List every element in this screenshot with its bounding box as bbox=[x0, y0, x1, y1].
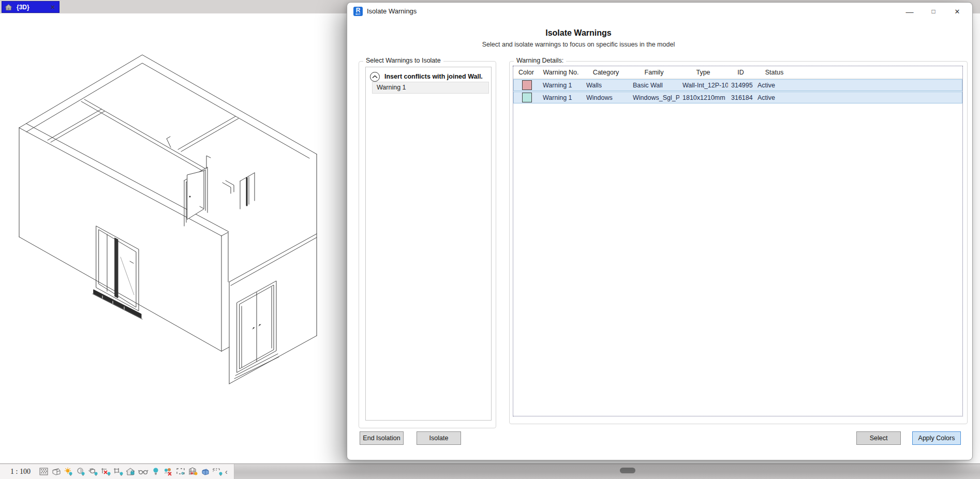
dialog-heading: Isolate Warnings bbox=[347, 28, 810, 38]
home-icon bbox=[5, 4, 12, 11]
end-isolation-button[interactable]: End Isolation bbox=[360, 431, 404, 445]
status-bar: 1 : 100 bbox=[0, 463, 980, 479]
dialog-subheading: Select and isolate warnings to focus on … bbox=[347, 41, 810, 48]
select-warnings-group: Select Warnings to Isolate Insert confli… bbox=[359, 61, 496, 428]
warning-list-item[interactable]: Warning 1 bbox=[372, 82, 489, 94]
sun-settings-icon[interactable] bbox=[63, 467, 75, 477]
collapse-chevron-icon[interactable] bbox=[370, 72, 380, 82]
col-header-status[interactable]: Status bbox=[754, 69, 795, 76]
cell-type: 1810x1210mm bbox=[679, 94, 728, 101]
shadows-icon[interactable] bbox=[75, 467, 87, 477]
locked-3d-view-icon[interactable] bbox=[125, 467, 137, 477]
reveal-hidden-elements-icon[interactable] bbox=[137, 467, 150, 477]
select-button[interactable]: Select bbox=[856, 431, 901, 445]
revit-app-icon: RRVT bbox=[353, 7, 363, 16]
crop-view-icon[interactable] bbox=[100, 467, 112, 477]
row-color-swatch[interactable] bbox=[522, 80, 532, 90]
temporary-view-properties-icon[interactable] bbox=[174, 467, 187, 477]
cell-warning-no: Warning 1 bbox=[540, 94, 583, 101]
col-header-color[interactable]: Color bbox=[513, 69, 539, 76]
table-row[interactable]: Warning 1 Windows Windows_Sgl_Pla 1810x1… bbox=[513, 92, 962, 103]
col-header-family[interactable]: Family bbox=[629, 69, 679, 76]
view-tab-label: {3D} bbox=[17, 4, 50, 11]
apply-colors-button[interactable]: Apply Colors bbox=[912, 431, 961, 445]
render-icon[interactable] bbox=[87, 467, 100, 477]
select-warnings-group-label: Select Warnings to Isolate bbox=[363, 57, 443, 64]
cell-id: 314995 bbox=[728, 82, 754, 89]
dialog-title: Isolate Warnings bbox=[367, 7, 417, 15]
warning-details-group-label: Warning Details: bbox=[514, 57, 566, 64]
col-header-type[interactable]: Type bbox=[679, 69, 727, 76]
cell-category: Windows bbox=[583, 94, 630, 101]
section-box-icon[interactable] bbox=[212, 467, 224, 477]
temporary-hide-isolate-icon[interactable] bbox=[150, 467, 162, 477]
cell-family: Basic Wall bbox=[630, 82, 679, 89]
isolate-warnings-dialog: RRVT Isolate Warnings — □ ✕ Isolate Warn… bbox=[347, 2, 973, 460]
cell-type: Wall-Int_12P-100 bbox=[679, 82, 728, 89]
view-control-bar: 1 : 100 bbox=[0, 464, 234, 479]
horizontal-scrollbar-thumb[interactable] bbox=[620, 468, 635, 473]
detail-level-icon[interactable] bbox=[38, 467, 50, 477]
row-color-swatch[interactable] bbox=[522, 93, 532, 102]
warning-details-group: Warning Details: Color Warning No. Categ… bbox=[509, 61, 968, 424]
cell-status: Active bbox=[754, 82, 795, 89]
isolate-button[interactable]: Isolate bbox=[417, 431, 461, 445]
cell-category: Walls bbox=[583, 82, 630, 89]
worksharing-display-icon[interactable] bbox=[162, 467, 174, 477]
expand-bar-icon[interactable]: ‹ bbox=[225, 468, 228, 476]
warnings-list: Insert conflicts with joined Wall. Warni… bbox=[365, 67, 492, 421]
cell-family: Windows_Sgl_Pla bbox=[630, 94, 679, 101]
col-header-id[interactable]: ID bbox=[727, 69, 754, 76]
analytical-model-icon[interactable] bbox=[187, 467, 199, 477]
close-button[interactable]: ✕ bbox=[945, 3, 969, 20]
constraints-icon[interactable] bbox=[199, 467, 212, 477]
cell-status: Active bbox=[754, 94, 795, 101]
minimize-button[interactable]: — bbox=[898, 3, 922, 20]
maximize-button[interactable]: □ bbox=[922, 3, 945, 20]
cell-warning-no: Warning 1 bbox=[540, 82, 583, 89]
table-header-row: Color Warning No. Category Family Type I… bbox=[513, 66, 962, 79]
table-row[interactable]: Warning 1 Walls Basic Wall Wall-Int_12P-… bbox=[513, 79, 962, 91]
warning-details-table: Color Warning No. Category Family Type I… bbox=[513, 66, 963, 416]
warning-group-title: Insert conflicts with joined Wall. bbox=[384, 73, 483, 80]
view-tab-close-icon[interactable]: ✕ bbox=[50, 4, 55, 11]
col-header-category[interactable]: Category bbox=[583, 69, 629, 76]
cell-id: 316184 bbox=[728, 94, 754, 101]
view-tab-3d[interactable]: {3D} ✕ bbox=[2, 1, 60, 13]
model-3d-view bbox=[0, 13, 352, 463]
col-header-warning-no[interactable]: Warning No. bbox=[539, 69, 583, 76]
warning-expander[interactable]: Insert conflicts with joined Wall. bbox=[370, 71, 483, 82]
dialog-title-bar[interactable]: RRVT Isolate Warnings — □ ✕ bbox=[347, 3, 972, 20]
visual-style-icon[interactable] bbox=[50, 467, 63, 477]
crop-region-icon[interactable] bbox=[112, 467, 125, 477]
view-scale[interactable]: 1 : 100 bbox=[10, 468, 31, 476]
